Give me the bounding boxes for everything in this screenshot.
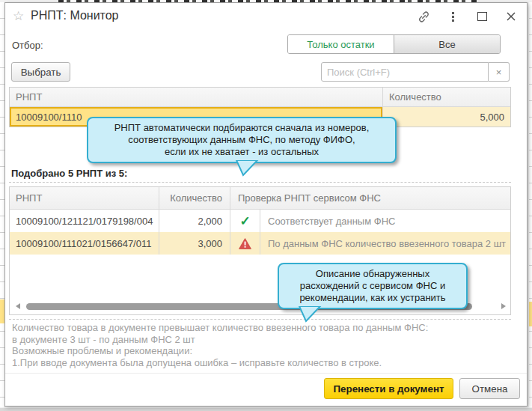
discrepancy-tooltip: Описание обнаруженных расхождений с серв…: [278, 263, 468, 309]
header-fns-check[interactable]: Проверка РНПТ сервисом ФНС: [230, 187, 510, 210]
tooltip-line: рекомендации, как их устранить: [287, 292, 459, 304]
cell-quantity[interactable]: 5,000: [383, 107, 510, 127]
window-title: РНПТ: Монитор: [31, 9, 119, 22]
tooltip-tail: [234, 160, 260, 177]
check-icon: ✓: [239, 213, 250, 229]
filter-toggle: Только остатки Все: [287, 34, 501, 54]
tooltip-line: РНПТ автоматически подбираются сначала и…: [96, 122, 388, 134]
divider: [9, 319, 511, 320]
search-clear-button[interactable]: ×: [489, 62, 510, 82]
toggle-only-remainders[interactable]: Только остатки: [288, 35, 394, 53]
background-window-right-sliver: [529, 2, 532, 407]
summary-line: 1.При вводе документа была допущена ошиб…: [12, 357, 428, 369]
titlebar: ☆ РНПТ: Монитор: [5, 3, 527, 30]
background-selected-row-sliver: [529, 302, 532, 326]
close-icon[interactable]: [504, 10, 518, 23]
cell-status-text[interactable]: По данным ФНС количество ввезенного това…: [260, 232, 510, 255]
link-icon[interactable]: [417, 10, 430, 23]
background-window-bottom-sliver: [0, 408, 532, 411]
discrepancy-summary: Количество товара в документе превышает …: [12, 322, 428, 368]
scroll-left-arrow-icon[interactable]: [16, 303, 20, 309]
header-rnpt[interactable]: РНПТ: [10, 88, 383, 107]
summary-line: в документе 3 шт - по данным ФНС 2 шт: [12, 334, 428, 346]
cell-quantity[interactable]: 3,000: [159, 232, 230, 255]
search-box: ×: [321, 62, 510, 82]
summary-line: Количество товара в документе превышает …: [12, 322, 428, 334]
table-row[interactable]: 10009100/121121/0179198/004 2,000 ✓ Соот…: [10, 210, 510, 232]
tooltip-line: если их не хватает - из остальных: [96, 146, 388, 158]
favorite-star-icon[interactable]: ☆: [13, 8, 24, 24]
table-row[interactable]: 10009100/111021/0156647/011 3,000 По дан…: [10, 232, 510, 255]
filter-label: Отбор:: [12, 40, 43, 51]
tooltip-line: расхождений с сервисом ФНС и: [287, 280, 459, 292]
header-rnpt[interactable]: РНПТ: [10, 187, 159, 210]
fifo-tooltip: РНПТ автоматически подбираются сначала и…: [87, 117, 397, 163]
source-table-header: РНПТ Количество: [10, 88, 510, 107]
maximize-icon[interactable]: [475, 10, 489, 23]
rnpt-monitor-dialog: ☆ РНПТ: Монитор Отб: [4, 2, 528, 407]
search-input[interactable]: [321, 62, 489, 82]
warning-icon: [239, 238, 251, 249]
toggle-all[interactable]: Все: [394, 35, 500, 53]
picked-count-label: Подобрано 5 РНПТ из 5:: [11, 168, 127, 179]
cell-quantity[interactable]: 2,000: [159, 210, 230, 232]
cell-status-text[interactable]: Соответствует данным ФНС: [260, 210, 510, 232]
tooltip-line: соответствующих данным ФНС, по методу ФИ…: [96, 134, 388, 146]
tooltip-line: Описание обнаруженных: [287, 268, 459, 280]
choose-button[interactable]: Выбрать: [11, 62, 70, 82]
summary-line: Возможные проблемы и рекомендации:: [12, 345, 428, 357]
titlebar-icons: [417, 10, 518, 23]
cell-rnpt[interactable]: 10009100/111021/0156647/011: [10, 232, 159, 255]
warning-icon-cell: [230, 232, 260, 255]
cell-rnpt[interactable]: 10009100/121121/0179198/004: [10, 210, 159, 232]
header-quantity[interactable]: Количество: [159, 187, 230, 210]
header-quantity[interactable]: Количество: [383, 88, 510, 107]
tooltip-tail: [297, 306, 322, 323]
cancel-button[interactable]: Отмена: [459, 378, 520, 399]
more-menu-icon[interactable]: [446, 10, 459, 23]
screen: ☆ РНПТ: Монитор Отб: [0, 0, 532, 411]
footer-divider: [5, 373, 527, 374]
picked-table-header: РНПТ Количество Проверка РНПТ сервисом Ф…: [10, 187, 510, 210]
check-icon-cell: ✓: [230, 210, 260, 232]
divider: [9, 182, 511, 183]
scroll-right-arrow-icon[interactable]: [501, 303, 506, 309]
transfer-to-document-button[interactable]: Перенести в документ: [324, 378, 453, 399]
